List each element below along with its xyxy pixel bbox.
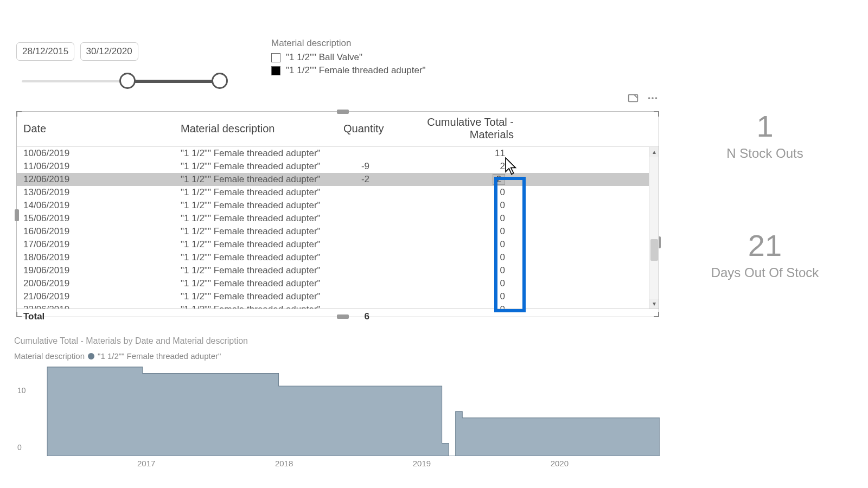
cell-date: 18/06/2019 xyxy=(17,251,174,264)
svg-point-2 xyxy=(652,97,654,99)
cell-quantity xyxy=(337,212,386,225)
cell-material: "1 1/2"" Female threaded adupter" xyxy=(174,290,337,303)
cell-quantity xyxy=(337,277,386,290)
materials-table-visual[interactable]: Date Material description Quantity Cumul… xyxy=(16,111,659,317)
column-header-date[interactable]: Date xyxy=(17,112,174,147)
scroll-down-icon[interactable]: ▾ xyxy=(649,299,659,309)
cell-cumulative: 0 xyxy=(386,225,521,238)
slider-handle-end[interactable] xyxy=(212,73,228,89)
slicer-item-label: "1 1/2"" Female threaded adupter" xyxy=(286,65,426,76)
cell-quantity xyxy=(337,225,386,238)
chart-title: Cumulative Total - Materials by Date and… xyxy=(14,336,660,346)
cell-material: "1 1/2"" Female threaded adupter" xyxy=(174,173,337,186)
table-row[interactable]: 22/06/2019"1 1/2"" Female threaded adupt… xyxy=(17,303,659,309)
card-value: 1 xyxy=(694,108,835,144)
table-row[interactable]: 12/06/2019"1 1/2"" Female threaded adupt… xyxy=(17,173,659,186)
cell-quantity xyxy=(337,199,386,212)
start-date-field[interactable]: 28/12/2015 xyxy=(16,42,74,61)
cell-date: 11/06/2019 xyxy=(17,160,174,173)
x-axis-tick: 2018 xyxy=(275,459,293,468)
resize-handle-icon[interactable] xyxy=(654,312,659,317)
cell-material: "1 1/2"" Female threaded adupter" xyxy=(174,277,337,290)
table-row[interactable]: 21/06/2019"1 1/2"" Female threaded adupt… xyxy=(17,290,659,303)
column-header-cumulative[interactable]: Cumulative Total - Materials xyxy=(386,112,521,147)
materials-table: Date Material description Quantity Cumul… xyxy=(17,112,659,147)
chart-plot-area[interactable]: 0 10 2017 2018 2019 2020 xyxy=(34,364,660,456)
table-row[interactable]: 19/06/2019"1 1/2"" Female threaded adupt… xyxy=(17,264,659,277)
cell-cumulative: 11 xyxy=(386,147,521,160)
checkbox-checked-icon[interactable] xyxy=(271,66,280,75)
svg-point-1 xyxy=(648,97,650,99)
cell-material: "1 1/2"" Female threaded adupter" xyxy=(174,212,337,225)
cell-date: 22/06/2019 xyxy=(17,303,174,309)
cell-material: "1 1/2"" Female threaded adupter" xyxy=(174,264,337,277)
cell-cumulative: 0 xyxy=(386,303,521,309)
table-row[interactable]: 11/06/2019"1 1/2"" Female threaded adupt… xyxy=(17,160,659,173)
slicer-item-ball-valve[interactable]: "1 1/2"" Ball Valve" xyxy=(271,52,426,63)
table-row[interactable]: 18/06/2019"1 1/2"" Female threaded adupt… xyxy=(17,251,659,264)
table-row[interactable]: 20/06/2019"1 1/2"" Female threaded adupt… xyxy=(17,277,659,290)
cell-quantity xyxy=(337,186,386,199)
cell-cumulative: 0 xyxy=(386,212,521,225)
scroll-up-icon[interactable]: ▴ xyxy=(649,147,659,157)
vertical-scrollbar[interactable]: ▴ ▾ xyxy=(649,147,659,309)
y-axis-tick: 10 xyxy=(17,386,26,395)
cell-quantity xyxy=(337,290,386,303)
scrollbar-thumb[interactable] xyxy=(650,239,658,261)
cell-quantity xyxy=(337,238,386,251)
cell-quantity xyxy=(337,264,386,277)
cell-date: 15/06/2019 xyxy=(17,212,174,225)
table-row[interactable]: 15/06/2019"1 1/2"" Female threaded adupt… xyxy=(17,212,659,225)
cell-cumulative: 0 xyxy=(386,186,521,199)
card-label: N Stock Outs xyxy=(694,146,835,161)
date-range-slicer[interactable]: 28/12/2015 30/12/2020 xyxy=(16,42,222,92)
cumulative-chart-visual[interactable]: Cumulative Total - Materials by Date and… xyxy=(14,336,660,456)
cell-date: 10/06/2019 xyxy=(17,147,174,160)
cell-material: "1 1/2"" Female threaded adupter" xyxy=(174,225,337,238)
focus-mode-icon[interactable] xyxy=(627,92,639,104)
cell-cumulative: 2 xyxy=(386,173,521,186)
more-options-icon[interactable] xyxy=(647,92,659,104)
cell-quantity xyxy=(337,147,386,160)
resize-handle-icon[interactable] xyxy=(16,312,22,317)
table-row[interactable]: 13/06/2019"1 1/2"" Female threaded adupt… xyxy=(17,186,659,199)
visual-header-actions xyxy=(627,92,659,104)
column-header-quantity[interactable]: Quantity xyxy=(337,112,386,147)
table-row[interactable]: 16/06/2019"1 1/2"" Female threaded adupt… xyxy=(17,225,659,238)
legend-series-name: "1 1/2"" Female threaded adupter" xyxy=(98,351,221,361)
resize-handle-icon[interactable] xyxy=(16,111,22,117)
cell-cumulative: 0 xyxy=(386,199,521,212)
checkbox-icon[interactable] xyxy=(271,53,280,62)
cell-cumulative: 0 xyxy=(386,264,521,277)
cell-date: 13/06/2019 xyxy=(17,186,174,199)
slicer-item-female-adapter[interactable]: "1 1/2"" Female threaded adupter" xyxy=(271,65,426,76)
total-cumulative xyxy=(386,309,521,325)
date-slider[interactable] xyxy=(22,70,228,92)
cell-date: 21/06/2019 xyxy=(17,290,174,303)
card-label: Days Out Of Stock xyxy=(694,265,835,280)
slider-handle-start[interactable] xyxy=(119,73,136,89)
card-stock-outs: 1 N Stock Outs xyxy=(694,108,835,161)
table-row[interactable]: 10/06/2019"1 1/2"" Female threaded adupt… xyxy=(17,147,659,160)
cell-material: "1 1/2"" Female threaded adupter" xyxy=(174,186,337,199)
slider-selected-range xyxy=(127,80,217,83)
cell-material: "1 1/2"" Female threaded adupter" xyxy=(174,160,337,173)
legend-field-label: Material description xyxy=(14,351,85,361)
card-days-out: 21 Days Out Of Stock xyxy=(694,228,835,280)
resize-handle-icon[interactable] xyxy=(654,111,659,117)
material-slicer[interactable]: Material description "1 1/2"" Ball Valve… xyxy=(271,38,426,78)
area-chart-svg xyxy=(34,364,660,456)
cell-cumulative: 0 xyxy=(386,238,521,251)
end-date-field[interactable]: 30/12/2020 xyxy=(80,42,138,61)
resize-handle-icon[interactable] xyxy=(337,110,349,114)
cell-date: 20/06/2019 xyxy=(17,277,174,290)
resize-handle-icon[interactable] xyxy=(337,314,349,319)
table-row[interactable]: 17/06/2019"1 1/2"" Female threaded adupt… xyxy=(17,238,659,251)
x-axis-tick: 2019 xyxy=(413,459,431,468)
cell-date: 16/06/2019 xyxy=(17,225,174,238)
cell-cumulative: 0 xyxy=(386,277,521,290)
table-row[interactable]: 14/06/2019"1 1/2"" Female threaded adupt… xyxy=(17,199,659,212)
slicer-item-label: "1 1/2"" Ball Valve" xyxy=(286,52,362,63)
column-header-material[interactable]: Material description xyxy=(174,112,337,147)
material-slicer-title: Material description xyxy=(271,38,426,49)
